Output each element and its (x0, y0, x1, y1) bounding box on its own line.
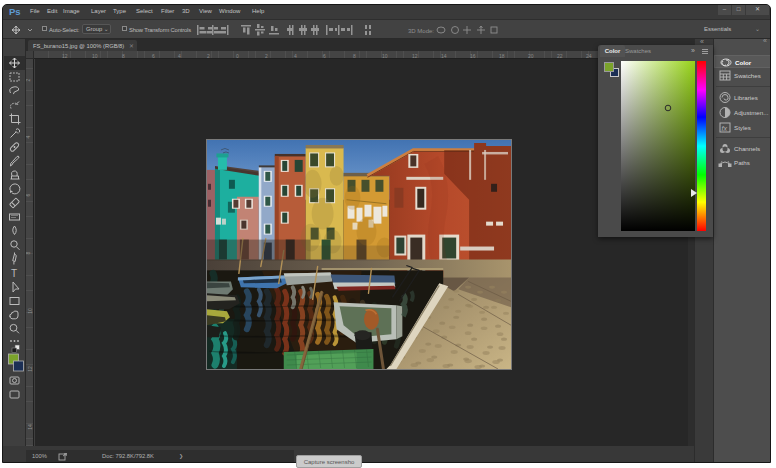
svg-text:3D Mode:: 3D Mode: (408, 28, 434, 34)
svg-text:T: T (11, 268, 17, 279)
svg-text:fx: fx (722, 125, 728, 132)
